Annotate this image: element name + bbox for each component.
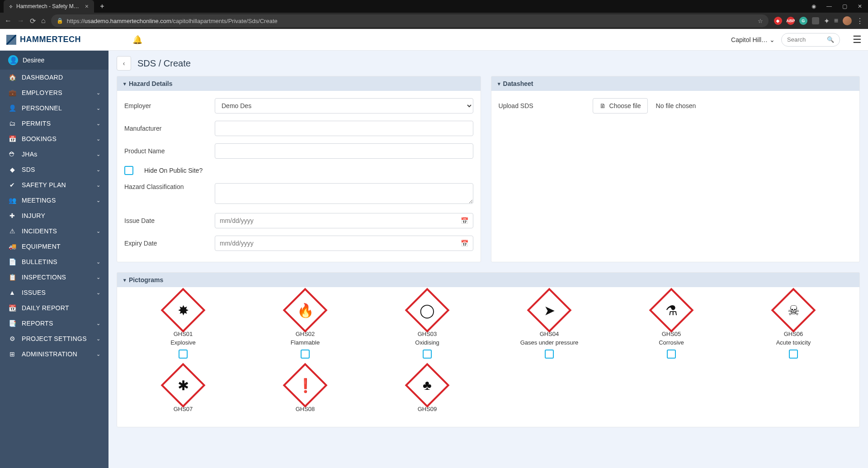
chevron-down-icon: ⌄ — [96, 90, 100, 96]
user-avatar-icon: 👤 — [8, 55, 18, 65]
choose-file-button[interactable]: 🗎 Choose file — [593, 98, 648, 113]
forward-icon[interactable]: → — [17, 17, 24, 25]
minimize-button[interactable]: — — [825, 3, 834, 9]
sidebar-item-project-settings[interactable]: ⚙PROJECT SETTINGS⌄ — [0, 331, 108, 346]
extension-badge-1[interactable]: ◆ — [774, 17, 782, 25]
ghs-diamond-icon: ♣ — [405, 363, 450, 408]
home-icon[interactable]: ⌂ — [41, 17, 46, 25]
pictogram-checkbox[interactable] — [789, 350, 798, 359]
gear-icon: ⚙ — [8, 335, 16, 342]
sidebar-item-jhas[interactable]: ⛑JHAs⌄ — [0, 147, 108, 162]
lock-icon: 🔒 — [57, 18, 63, 24]
chevron-down-icon: ⌄ — [96, 290, 100, 296]
expiry-date-input[interactable]: mm/dd/yyyy 📅 — [215, 236, 473, 251]
extension-square-1[interactable] — [812, 17, 819, 24]
no-file-text: No file chosen — [656, 102, 696, 109]
extension-adblock[interactable]: ABP — [787, 17, 795, 25]
sidebar-item-inspections[interactable]: 📋INSPECTIONS⌄ — [0, 269, 108, 285]
sidebar-item-administration[interactable]: ⊞ADMINISTRATION⌄ — [0, 346, 108, 362]
sidebar-item-injury[interactable]: ✚INJURY — [0, 208, 108, 223]
pictogram-checkbox[interactable] — [667, 350, 676, 359]
issue-date-input[interactable]: mm/dd/yyyy 📅 — [215, 213, 473, 228]
diamond-icon: ◆ — [8, 166, 16, 173]
pictogram-name: Explosive — [170, 339, 196, 346]
choose-file-label: Choose file — [609, 102, 641, 109]
triangle-icon: ▲ — [8, 289, 16, 296]
sidebar-item-personnel[interactable]: 👤PERSONNEL⌄ — [0, 100, 108, 116]
search-input[interactable]: Search 🔍 — [781, 33, 840, 47]
card-icon: 🗂 — [8, 120, 16, 127]
back-icon[interactable]: ← — [5, 17, 12, 25]
sidebar-item-bookings[interactable]: 📅BOOKINGS⌄ — [0, 131, 108, 147]
sidebar-item-bulletins[interactable]: 📄BULLETINS⌄ — [0, 254, 108, 269]
home-icon: 🏠 — [8, 74, 16, 81]
hazard-class-input[interactable] — [215, 183, 473, 204]
ghs-diamond-icon: ⚗ — [649, 288, 694, 333]
app-root: HAMMERTECH 🔔 Capitol Hill… ⌄ Search 🔍 ☰ … — [0, 29, 868, 468]
sidebar-item-incidents[interactable]: ⚠INCIDENTS⌄ — [0, 223, 108, 239]
employer-select[interactable]: Demo Des — [215, 98, 473, 113]
main-menu-icon[interactable]: ☰ — [853, 34, 862, 46]
issue-date-label: Issue Date — [124, 217, 215, 224]
sidebar-item-meetings[interactable]: 👥MEETINGS⌄ — [0, 193, 108, 208]
browser-tab-bar: ⟡ Hammertech - Safety Manageme × + ◉ — ▢… — [0, 0, 868, 13]
new-tab-button[interactable]: + — [97, 1, 108, 12]
notifications-icon[interactable]: 🔔 — [132, 35, 142, 45]
sidebar-item-issues[interactable]: ▲ISSUES⌄ — [0, 285, 108, 300]
browser-menu-icon[interactable]: ⋮ — [856, 17, 863, 25]
panel-header-hazard[interactable]: ▾ Hazard Details — [117, 76, 481, 91]
ghs-diamond-icon: ☠ — [771, 288, 816, 333]
pictogram-ghs05: ⚗GHS05Corrosive — [613, 294, 730, 359]
brand-mark-icon — [6, 35, 16, 45]
pictogram-checkbox[interactable] — [423, 350, 432, 359]
extensions-icon[interactable]: ✦ — [824, 17, 830, 25]
reload-icon[interactable]: ⟳ — [30, 17, 36, 25]
sidebar-item-safety-plan[interactable]: ✔SAFETY PLAN⌄ — [0, 177, 108, 193]
product-name-input[interactable] — [215, 143, 473, 159]
profile-avatar[interactable] — [843, 16, 852, 25]
sidebar-item-label: INCIDENTS — [22, 227, 91, 235]
pictogram-ghs06: ☠GHS06Acute toxicity — [735, 294, 852, 359]
ghs-diamond-icon: 🔥 — [283, 288, 328, 333]
ghs-diamond-icon: ✸ — [161, 288, 206, 333]
pictogram-checkbox[interactable] — [179, 350, 188, 359]
panel-pictograms: ▾ Pictograms ✸GHS01Explosive🔥GHS02Flamma… — [117, 272, 860, 427]
pictogram-checkbox[interactable] — [545, 350, 554, 359]
calendar-icon: 📅 — [461, 240, 468, 247]
sidebar-item-permits[interactable]: 🗂PERMITS⌄ — [0, 116, 108, 131]
brand-logo[interactable]: HAMMERTECH — [6, 35, 81, 45]
sidebar-item-equipment[interactable]: 🚚EQUIPMENT — [0, 239, 108, 254]
extension-grammarly[interactable]: G — [799, 17, 807, 25]
panel-header-pictograms[interactable]: ▾ Pictograms — [117, 273, 859, 287]
sidebar-user[interactable]: 👤 Desiree — [0, 51, 108, 70]
window-controls: ◉ — ▢ ✕ — [809, 3, 864, 9]
panel-title: Pictograms — [129, 276, 163, 284]
sidebar-item-daily-report[interactable]: 📆DAILY REPORT — [0, 300, 108, 316]
sidebar-item-sds[interactable]: ◆SDS⌄ — [0, 162, 108, 177]
site-selector[interactable]: Capitol Hill… ⌄ — [731, 36, 775, 43]
sidebar-item-label: MEETINGS — [22, 197, 91, 204]
chevron-down-icon: ⌄ — [96, 182, 100, 188]
tab-close-icon[interactable]: × — [85, 3, 89, 10]
manufacturer-input[interactable] — [215, 121, 473, 136]
sidebar-item-employers[interactable]: 💼EMPLOYERS⌄ — [0, 85, 108, 100]
pictogram-checkbox[interactable] — [301, 350, 310, 359]
hardhat-icon: ⛑ — [8, 151, 16, 158]
url-input[interactable]: 🔒 https://usademo.hammertechonline.com/c… — [51, 14, 769, 27]
employer-label: Employer — [124, 102, 215, 109]
close-window-button[interactable]: ✕ — [855, 3, 864, 9]
browser-tab[interactable]: ⟡ Hammertech - Safety Manageme × — [4, 0, 94, 13]
panel-header-datasheet[interactable]: ▾ Datasheet — [491, 76, 859, 91]
chevron-down-icon: ⌄ — [96, 336, 100, 342]
sidebar-item-label: PROJECT SETTINGS — [22, 335, 91, 342]
maximize-button[interactable]: ▢ — [840, 3, 849, 9]
sidebar-item-reports[interactable]: 📑REPORTS⌄ — [0, 316, 108, 331]
chevron-down-icon: ⌄ — [769, 36, 775, 43]
reading-list-icon[interactable]: ≡ — [834, 17, 838, 25]
back-button[interactable]: ‹ — [117, 56, 131, 71]
bookmark-star-icon[interactable]: ☆ — [758, 18, 763, 24]
sidebar-item-dashboard[interactable]: 🏠DASHBOARD — [0, 70, 108, 85]
chevron-down-icon: ⌄ — [96, 351, 100, 357]
hide-public-checkbox[interactable] — [124, 166, 133, 175]
panel-title: Datasheet — [503, 80, 533, 87]
